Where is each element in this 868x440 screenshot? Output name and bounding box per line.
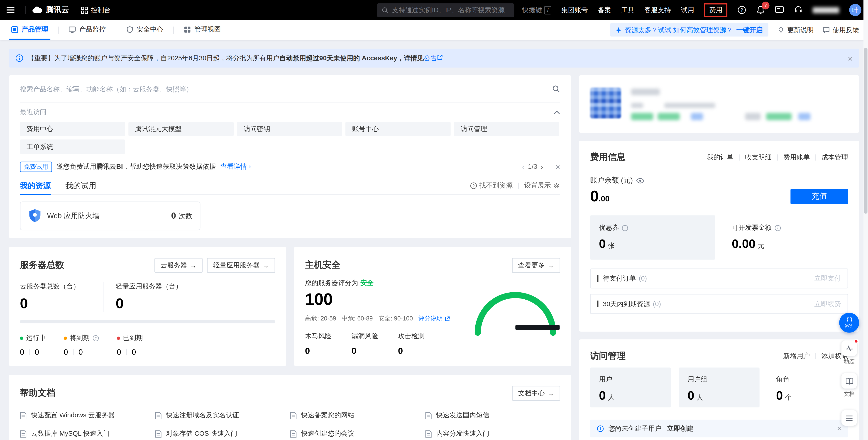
update-notes-link[interactable]: 更新说明 (777, 25, 814, 34)
resource-item-waf[interactable]: Web 应用防火墙 0 次数 (20, 201, 200, 230)
right-column: 费用信息 我的订单 收支明细 费用账单 成本管理 账户余额 (元) (579, 75, 859, 440)
cvm-button[interactable]: 云服务器→ (154, 258, 203, 273)
promo-detail-link[interactable]: 查看详情 › (220, 162, 251, 171)
doc-link[interactable]: 快速发送国内短信 (425, 411, 560, 420)
book-icon (845, 377, 854, 384)
recharge-button[interactable]: 充值 (790, 189, 848, 204)
file-icon (425, 412, 432, 419)
svg-text:?: ? (472, 184, 474, 188)
nav-trial[interactable]: 试用 (681, 5, 694, 14)
global-search[interactable] (377, 3, 515, 17)
roles-stat-box[interactable]: 角色 0个 (767, 368, 848, 408)
not-found-link[interactable]: ? 找不到资源 (470, 181, 513, 190)
hamburger-menu-icon[interactable] (4, 0, 20, 20)
renew-now-link[interactable]: 立即续费 (814, 299, 841, 309)
shortcut-hint: 快捷键 / (522, 5, 551, 14)
cost-management-link[interactable]: 成本管理 (822, 153, 848, 162)
legend-expiring: 将到期? 00 (64, 333, 99, 356)
arrow-right-icon: → (262, 261, 269, 269)
eye-icon[interactable] (636, 177, 645, 184)
doc-link[interactable]: 云数据库 MySQL 快速入门 (20, 429, 155, 438)
recent-chip[interactable]: 访问密钥 (237, 122, 342, 136)
notification-bell-icon[interactable]: 7 (756, 5, 765, 14)
pager-prev-icon[interactable]: ‹ (522, 162, 525, 171)
close-icon[interactable]: × (847, 54, 852, 63)
support-headset-icon[interactable] (794, 5, 803, 14)
consult-button[interactable]: 咨询 (839, 313, 859, 333)
pager-next-icon[interactable]: › (540, 162, 543, 171)
user-groups-stat-box[interactable]: 用户组 0人 (679, 368, 760, 408)
console-panel-icon[interactable] (775, 5, 784, 14)
trial-promo-row: 免费试用 邀您免费试用腾讯云BI，帮助您快速获取决策数据依据 查看详情 › ‹ … (20, 159, 560, 174)
account-avatar-redacted[interactable] (590, 88, 621, 119)
doc-link[interactable]: 对象存储 COS 快速入门 (155, 429, 290, 438)
product-search-input[interactable] (20, 85, 547, 93)
add-user-link[interactable]: 新增用户 (783, 351, 810, 361)
pending-orders-row[interactable]: 待支付订单 (0) 立即支付 (590, 269, 848, 288)
balance-integer: 0 (590, 188, 599, 205)
info-circle-icon[interactable] (622, 224, 628, 231)
search-icon[interactable] (552, 85, 560, 93)
display-settings-link[interactable]: 设置展示 (524, 181, 560, 190)
doc-link[interactable]: 快速注册域名及实名认证 (155, 411, 290, 420)
nav-icp-filing[interactable]: 备案 (598, 5, 611, 14)
create-now-link[interactable]: 立即创建 (667, 424, 693, 433)
redacted-text (664, 103, 715, 108)
arrow-right-icon: → (548, 389, 554, 397)
lighthouse-button[interactable]: 轻量应用服务器→ (207, 258, 275, 273)
console-nav-item[interactable]: 控制台 (81, 5, 111, 14)
users-stat-box[interactable]: 用户 0人 (590, 368, 671, 408)
tab-product-monitoring[interactable]: 产品监控 (66, 20, 108, 40)
my-orders-link[interactable]: 我的订单 (707, 153, 734, 162)
feed-button[interactable]: 动态 (841, 340, 857, 366)
close-icon[interactable]: × (555, 162, 560, 171)
transactions-link[interactable]: 收支明细 (745, 153, 772, 162)
help-icon[interactable]: ? (737, 5, 746, 14)
recent-chip[interactable]: 账号中心 (345, 122, 451, 136)
doc-link[interactable]: 快速配置 Windows 云服务器 (20, 411, 155, 420)
doc-center-button[interactable]: 文档中心→ (512, 386, 560, 401)
tab-my-trials[interactable]: 我的试用 (65, 177, 96, 195)
nav-tools[interactable]: 工具 (621, 5, 634, 14)
doc-link[interactable]: 快速备案您的网站 (290, 411, 425, 420)
docs-button[interactable]: 文档 (841, 373, 857, 398)
tab-product-management[interactable]: 产品管理 (9, 20, 50, 40)
page-scrollbar-thumb[interactable] (864, 48, 868, 214)
tabs-utils: ? 找不到资源 设置展示 (470, 181, 560, 190)
menu-list-button[interactable] (841, 410, 857, 426)
nav-billing-highlighted[interactable]: 费用 (704, 3, 727, 17)
score-help-link[interactable]: 评分说明 (418, 314, 450, 323)
recent-chip[interactable]: 访问管理 (454, 122, 559, 136)
recent-chip[interactable]: 费用中心 (20, 122, 125, 136)
doc-link[interactable]: 内容分发快速入门 (425, 429, 560, 438)
page-scrollbar-track[interactable] (864, 0, 868, 440)
external-link-icon[interactable] (437, 54, 443, 60)
bills-link[interactable]: 费用账单 (783, 153, 810, 162)
external-link-icon (444, 316, 450, 321)
invoice-box[interactable]: 可开发票金额 0.00元 (723, 215, 848, 259)
stat-label: 轻量应用服务器（台） (116, 282, 182, 291)
brand-logo[interactable]: 腾讯云 (32, 5, 69, 15)
chevron-up-icon[interactable] (554, 110, 560, 114)
info-circle-icon[interactable] (775, 224, 781, 231)
pay-now-link[interactable]: 立即支付 (814, 274, 841, 283)
announcement-link[interactable]: 公告 (424, 54, 437, 63)
tab-management-view[interactable]: 管理视图 (182, 20, 223, 40)
tab-security-center[interactable]: 安全中心 (124, 20, 165, 40)
tab-my-resources[interactable]: 我的资源 (20, 177, 51, 195)
nav-group-account[interactable]: 集团账号 (561, 5, 588, 14)
global-search-input[interactable] (392, 6, 510, 14)
doc-link[interactable]: 快速创建您的会议 (290, 429, 425, 438)
coupon-box[interactable]: 优惠券 0张 (590, 215, 715, 259)
sparkle-icon (615, 27, 621, 33)
recent-chip[interactable]: 腾讯混元大模型 (128, 122, 234, 136)
nav-support[interactable]: 客服支持 (644, 5, 671, 14)
account-card (579, 75, 859, 133)
question-circle-icon[interactable]: ? (93, 335, 99, 341)
resource-manage-promo[interactable]: 资源太多？试试 如何高效管理资源？ 一键开启 (610, 23, 769, 37)
expiring-resources-row[interactable]: 30天内到期资源 (0) 立即续费 (590, 294, 848, 314)
user-avatar[interactable]: 叶 (849, 4, 861, 16)
promo-action-link[interactable]: 一键开启 (736, 25, 763, 34)
recent-chip[interactable]: 工单系统 (20, 139, 125, 154)
feedback-link[interactable]: 使用反馈 (823, 25, 859, 34)
